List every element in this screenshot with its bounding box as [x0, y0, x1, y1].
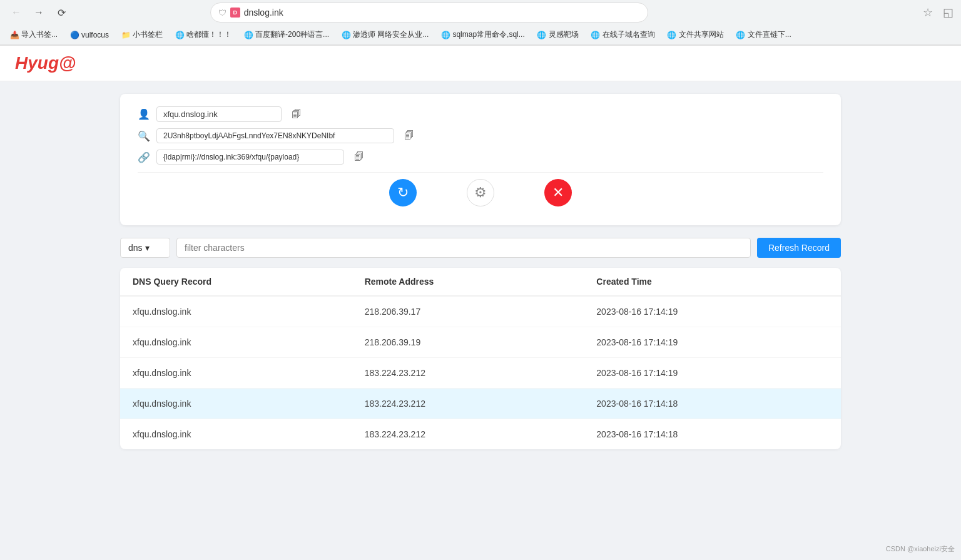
bookmark-label: 渗透师 网络安全从业...: [353, 29, 429, 40]
bookmark-item[interactable]: 🌐在线子域名查询: [586, 28, 660, 41]
bookmark-item[interactable]: 🔵vulfocus: [65, 29, 114, 41]
refresh-action-button[interactable]: ↻: [389, 179, 417, 206]
bookmark-item[interactable]: 🌐sqlmap常用命令,sql...: [436, 28, 529, 41]
bookmark-icon: 🌐: [736, 31, 745, 39]
cell-time: 2023-08-16 17:14:19: [596, 337, 828, 347]
address-text: dnslog.ink: [244, 8, 640, 18]
bookmark-icon: 🌐: [244, 31, 253, 39]
bookmark-label: 在线子域名查询: [603, 29, 655, 40]
bookmark-label: vulfocus: [81, 31, 109, 39]
bookmark-icon: 🌐: [342, 31, 350, 39]
bookmark-icon: 🌐: [441, 31, 450, 39]
settings-action-button[interactable]: ⚙: [467, 179, 494, 206]
bookmark-label: 文件共享网站: [679, 29, 724, 40]
ldap-value: {ldap|rmi}://dnslog.ink:369/xfqu/{payloa…: [156, 150, 344, 165]
bookmark-icon: 🌐: [175, 31, 184, 39]
filter-input[interactable]: [176, 238, 751, 258]
col-header-time: Created Time: [596, 277, 828, 287]
bookmark-icon: 📁: [121, 31, 130, 39]
page-content: Hyug@ 👤 xfqu.dnslog.ink 🗐 🔍 2U3nh8ptboyL…: [0, 46, 961, 560]
token-value: 2U3nh8ptboyLdjAAbFgsLnndYex7EN8xNKYDeNIb…: [156, 128, 394, 143]
cell-query: xfqu.dnslog.ink: [133, 368, 365, 378]
bookmark-label: 啥都懂！！！: [186, 29, 231, 40]
domain-value: xfqu.dnslog.ink: [156, 106, 282, 122]
chevron-down-icon: ▾: [145, 243, 150, 253]
table-row: xfqu.dnslog.ink 183.224.23.212 2023-08-1…: [120, 389, 841, 419]
forward-button[interactable]: →: [30, 4, 48, 21]
browser-titlebar: ← → ⟳ 🛡 D dnslog.ink ☆ ◱: [0, 0, 961, 25]
bookmark-item[interactable]: 🌐灵感靶场: [532, 28, 584, 41]
cell-query: xfqu.dnslog.ink: [133, 337, 365, 347]
site-logo: Hyug@: [15, 53, 946, 73]
extension-icon[interactable]: ◱: [943, 6, 953, 19]
main-container: 👤 xfqu.dnslog.ink 🗐 🔍 2U3nh8ptboyLdjAAbF…: [105, 81, 856, 462]
link-icon: 🔗: [138, 151, 150, 163]
settings-icon: ⚙: [474, 185, 487, 201]
watermark: CSDN @xiaoheizi安全: [886, 544, 955, 554]
bookmark-item[interactable]: 🌐文件共享网站: [663, 28, 729, 41]
back-button[interactable]: ←: [8, 4, 25, 21]
bookmark-label: 文件直链下...: [748, 29, 791, 40]
token-row: 🔍 2U3nh8ptboyLdjAAbFgsLnndYex7EN8xNKYDeN…: [138, 128, 823, 143]
bookmarks-bar: 📥导入书签...🔵vulfocus📁小书签栏🌐啥都懂！！！🌐百度翻译-200种语…: [0, 25, 961, 45]
key-icon: 🔍: [138, 130, 150, 142]
table-body: xfqu.dnslog.ink 218.206.39.17 2023-08-16…: [120, 297, 841, 449]
bookmark-icon: 📥: [10, 31, 19, 39]
logo-text-red: @: [59, 53, 76, 73]
address-bar[interactable]: 🛡 D dnslog.ink: [210, 3, 648, 23]
bookmark-item[interactable]: 📥导入书签...: [5, 28, 63, 41]
cell-address: 183.224.23.212: [365, 429, 597, 439]
bookmark-label: 灵感靶场: [549, 29, 579, 40]
logo-text-black: Hyug: [15, 53, 59, 73]
bookmark-label: 小书签栏: [133, 29, 163, 40]
bookmark-item[interactable]: 🌐文件直链下...: [731, 28, 796, 41]
cell-address: 183.224.23.212: [365, 399, 597, 409]
cell-query: xfqu.dnslog.ink: [133, 429, 365, 439]
bookmark-icon: 🌐: [537, 31, 546, 39]
bookmark-label: 导入书签...: [21, 29, 58, 40]
cell-address: 218.206.39.17: [365, 307, 597, 317]
cell-time: 2023-08-16 17:14:19: [596, 307, 828, 317]
close-action-button[interactable]: ✕: [544, 179, 572, 206]
bookmark-star-icon[interactable]: ☆: [923, 6, 933, 19]
action-row: ↻ ⚙ ✕: [138, 172, 823, 213]
ldap-row: 🔗 {ldap|rmi}://dnslog.ink:369/xfqu/{payl…: [138, 150, 823, 165]
col-header-query: DNS Query Record: [133, 277, 365, 287]
copy-ldap-button[interactable]: 🗐: [350, 150, 368, 164]
cell-address: 218.206.39.19: [365, 337, 597, 347]
bookmark-label: 百度翻译-200种语言...: [255, 29, 329, 40]
cell-time: 2023-08-16 17:14:18: [596, 429, 828, 439]
bookmark-icon: 🌐: [591, 31, 600, 39]
table-row: xfqu.dnslog.ink 183.224.23.212 2023-08-1…: [120, 358, 841, 389]
info-card: 👤 xfqu.dnslog.ink 🗐 🔍 2U3nh8ptboyLdjAAbF…: [120, 94, 841, 225]
type-select-label: dns: [128, 243, 143, 253]
table-row: xfqu.dnslog.ink 183.224.23.212 2023-08-1…: [120, 419, 841, 449]
table-header: DNS Query Record Remote Address Created …: [120, 268, 841, 297]
cell-address: 183.224.23.212: [365, 368, 597, 378]
col-header-address: Remote Address: [365, 277, 597, 287]
reload-button[interactable]: ⟳: [53, 4, 70, 21]
bookmark-icon: 🔵: [70, 31, 79, 39]
bookmark-item[interactable]: 📁小书签栏: [116, 28, 168, 41]
site-favicon: D: [230, 8, 240, 18]
table-row: xfqu.dnslog.ink 218.206.39.19 2023-08-16…: [120, 327, 841, 358]
user-icon: 👤: [138, 108, 150, 120]
browser-chrome: ← → ⟳ 🛡 D dnslog.ink ☆ ◱ 📥导入书签...🔵vulfoc…: [0, 0, 961, 46]
cell-query: xfqu.dnslog.ink: [133, 307, 365, 317]
type-select[interactable]: dns ▾: [120, 238, 170, 258]
refresh-record-button[interactable]: Refresh Record: [757, 238, 841, 258]
bookmark-icon: 🌐: [668, 31, 676, 39]
copy-domain-button[interactable]: 🗐: [288, 108, 305, 121]
refresh-icon: ↻: [397, 185, 409, 201]
bookmark-label: sqlmap常用命令,sql...: [452, 29, 524, 40]
bookmark-item[interactable]: 🌐渗透师 网络安全从业...: [337, 28, 434, 41]
close-icon: ✕: [552, 185, 564, 201]
cell-time: 2023-08-16 17:14:19: [596, 368, 828, 378]
bookmark-item[interactable]: 🌐啥都懂！！！: [170, 28, 236, 41]
copy-token-button[interactable]: 🗐: [400, 129, 418, 143]
bookmark-item[interactable]: 🌐百度翻译-200种语言...: [239, 28, 334, 41]
site-header: Hyug@: [0, 46, 961, 81]
table-row: xfqu.dnslog.ink 218.206.39.17 2023-08-16…: [120, 297, 841, 327]
domain-row: 👤 xfqu.dnslog.ink 🗐: [138, 106, 823, 122]
cell-time: 2023-08-16 17:14:18: [596, 399, 828, 409]
